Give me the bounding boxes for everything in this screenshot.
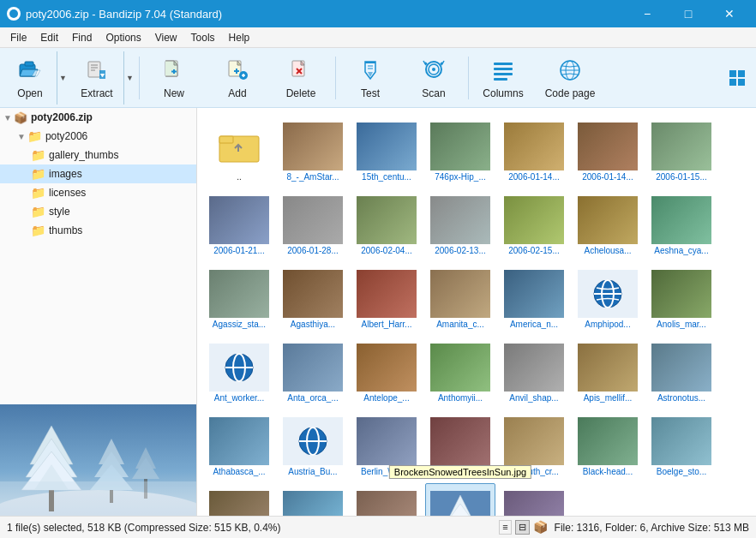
svg-rect-31	[494, 78, 507, 81]
view-toggle-button[interactable]	[722, 63, 753, 93]
list-item[interactable]: British_Mus...	[351, 483, 422, 516]
file-thumb	[578, 196, 638, 244]
file-name: Athabasca_...	[207, 467, 272, 477]
list-item[interactable]: Berlin_Worl...	[351, 409, 422, 480]
list-item[interactable]: Astronotus...	[646, 336, 717, 406]
file-name: Antelope_...	[354, 393, 419, 404]
scan-button[interactable]: Scan	[403, 51, 465, 105]
list-item[interactable]: 8_-_AmStar...	[278, 115, 348, 185]
columns-button[interactable]: Columns	[472, 51, 534, 105]
maximize-button[interactable]: □	[669, 0, 708, 27]
file-name: Boelge_sto...	[649, 467, 714, 477]
extract-button[interactable]: Extract	[70, 51, 123, 105]
list-item[interactable]: 2006-01-15...	[646, 115, 717, 185]
tree-item-poty2006[interactable]: ▼ 📁 poty2006	[0, 127, 196, 146]
file-name: 2006-01-14...	[501, 172, 567, 182]
tree-label-style: style	[49, 206, 70, 218]
list-item[interactable]: Anta_orca_...	[278, 336, 348, 406]
scan-icon	[420, 57, 447, 84]
list-item[interactable]: America_n...	[499, 262, 569, 332]
add-label: Add	[228, 87, 246, 99]
file-thumb	[357, 123, 417, 170]
list-item[interactable]: Ant_worker...	[204, 336, 274, 406]
list-item[interactable]: Agassiz_sta...	[204, 262, 274, 332]
list-item[interactable]: Achelousа...	[573, 188, 643, 259]
columns-label: Columns	[483, 87, 523, 99]
list-item[interactable]: Agasthiya...	[278, 262, 348, 332]
menu-help[interactable]: Help	[222, 30, 257, 45]
open-button-container: Open ▼	[3, 51, 69, 105]
file-name: 2006-02-15...	[501, 246, 567, 256]
menu-edit[interactable]: Edit	[33, 30, 65, 45]
file-item-up[interactable]: ..	[204, 115, 274, 185]
list-item[interactable]: 746px-Hip_...	[425, 115, 495, 185]
list-item[interactable]: 2006-01-14...	[573, 115, 643, 185]
list-item[interactable]: 2006-01-21...	[204, 188, 274, 259]
tree-item-gallery[interactable]: 📁 gallery_thumbs	[0, 146, 196, 164]
detail-view-icon[interactable]: ⊟	[515, 520, 530, 535]
list-item[interactable]: 2006-01-14...	[499, 115, 569, 185]
test-button[interactable]: Test	[339, 51, 401, 105]
file-name: Apis_mellif...	[575, 393, 640, 404]
file-thumb	[209, 491, 269, 516]
file-thumb	[283, 270, 343, 318]
list-item[interactable]: 2006-02-15...	[499, 188, 569, 259]
file-thumb	[578, 417, 638, 465]
file-grid-container[interactable]: .. 8_-_AmStar... 15th_centu... 746px-Hip…	[197, 108, 756, 516]
tree-item-thumbs[interactable]: 📁 thumbs	[0, 221, 196, 240]
list-item[interactable]: Boelge_sto...	[646, 409, 717, 480]
minimize-button[interactable]: −	[627, 0, 667, 27]
svg-point-25	[432, 68, 435, 71]
list-item[interactable]: Austria_Bu...	[278, 409, 348, 480]
extract-dropdown-arrow[interactable]: ▼	[123, 51, 135, 105]
file-thumb-selected	[430, 491, 490, 516]
list-item[interactable]: Anolis_mar...	[646, 262, 717, 332]
menu-file[interactable]: File	[3, 30, 33, 45]
tree-item-zip[interactable]: ▼ 📦 poty2006.zip	[0, 108, 196, 127]
add-button[interactable]: Add	[207, 51, 268, 105]
list-item[interactable]: Brazilian_N...	[204, 483, 274, 516]
file-thumb	[504, 344, 564, 392]
sidebar: ▼ 📦 poty2006.zip ▼ 📁 poty2006 📁 gallery_…	[0, 108, 197, 516]
open-button[interactable]: Open	[3, 51, 57, 105]
list-item[interactable]: 15th_centu...	[351, 115, 422, 185]
list-item[interactable]: Anthomyii...	[425, 336, 495, 406]
tree-item-licenses[interactable]: 📁 licenses	[0, 183, 196, 202]
list-item[interactable]: Antelope_...	[351, 336, 422, 406]
list-item[interactable]: 2006-02-04...	[351, 188, 422, 259]
svg-rect-36	[738, 70, 745, 77]
extract-icon	[83, 57, 111, 84]
list-item[interactable]: Black-head...	[573, 409, 643, 480]
list-item[interactable]: Bismuth_cr...	[499, 409, 569, 480]
list-item[interactable]: Brooklyn_B...	[499, 483, 569, 516]
list-view-icon[interactable]: ≡	[499, 520, 511, 535]
menu-view[interactable]: View	[148, 30, 184, 45]
menu-options[interactable]: Options	[99, 30, 147, 45]
new-button[interactable]: New	[143, 51, 205, 105]
list-item[interactable]: Amanita_c...	[425, 262, 495, 332]
list-item[interactable]: Amphipod...	[573, 262, 643, 332]
file-name: Albert_Harr...	[354, 320, 419, 330]
file-thumb	[430, 344, 490, 392]
menu-tools[interactable]: Tools	[184, 30, 222, 45]
list-item[interactable]: Bridge_Alc...	[278, 483, 348, 516]
list-item[interactable]: Aeshna_cya...	[646, 188, 717, 259]
tree-item-style[interactable]: 📁 style	[0, 202, 196, 221]
list-item[interactable]: 2006-01-28...	[278, 188, 348, 259]
list-item[interactable]: Bill_Thom...	[425, 409, 495, 480]
file-thumb	[430, 196, 490, 244]
codepage-button[interactable]: Code page	[536, 51, 604, 105]
list-item[interactable]: Anvil_shap...	[499, 336, 569, 406]
main-container: ▼ 📦 poty2006.zip ▼ 📁 poty2006 📁 gallery_…	[0, 108, 756, 516]
list-item[interactable]: Apis_mellif...	[573, 336, 643, 406]
test-label: Test	[361, 87, 380, 99]
file-item-brockensnowtrees[interactable]: BrockenSno... BrockenSnowedTreesInSun.jp…	[425, 483, 495, 516]
list-item[interactable]: Athabasca_...	[204, 409, 274, 480]
open-dropdown-arrow[interactable]: ▼	[57, 51, 69, 105]
close-button[interactable]: ✕	[710, 0, 749, 27]
list-item[interactable]: Albert_Harr...	[351, 262, 422, 332]
list-item[interactable]: 2006-02-13...	[425, 188, 495, 259]
menu-find[interactable]: Find	[65, 30, 99, 45]
delete-button[interactable]: Delete	[270, 51, 332, 105]
tree-item-images[interactable]: 📁 images	[0, 164, 196, 183]
